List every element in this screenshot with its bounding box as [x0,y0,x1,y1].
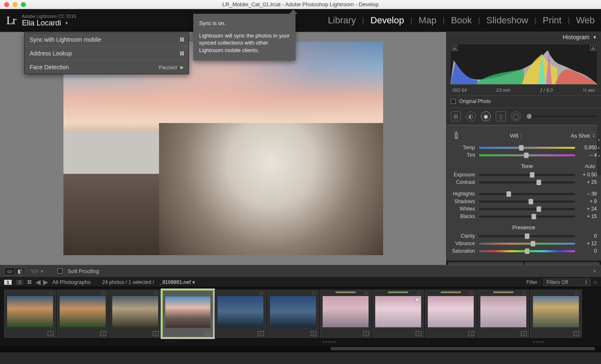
adjustment-brush-slider[interactable] [526,115,597,117]
soft-proofing-checkbox[interactable] [58,269,63,274]
flag-icon[interactable]: ⚐ [574,290,580,297]
saturation-value[interactable]: 0 [579,248,597,254]
flag-icon[interactable]: ⚐ [417,290,422,297]
filmstrip-thumbnail[interactable]: ⚐±★★★★★ [162,290,214,338]
filmstrip-source-label[interactable]: All Photographs [52,279,91,285]
flag-icon[interactable]: ⚐ [364,290,369,297]
develop-badge-icon[interactable]: ± [363,331,369,336]
clarity-value[interactable]: 0 [579,233,597,239]
filmstrip-scrollbar[interactable] [0,346,601,352]
minimize-window-icon[interactable] [13,2,18,7]
auto-tone-button[interactable]: Auto [585,163,595,169]
develop-badge-icon[interactable]: ± [100,331,106,336]
highlight-clipping-indicator[interactable] [590,45,596,51]
highlights-value[interactable]: – 39 [579,191,597,197]
develop-badge-icon[interactable]: ± [521,331,527,336]
develop-badge-icon[interactable]: ± [258,331,264,336]
identity-plate[interactable]: Elia Locardi ▼ [22,19,76,28]
highlights-slider[interactable] [479,193,575,195]
loupe-view-icon[interactable]: ▭ [5,268,15,275]
identity-menu-item[interactable]: Face DetectionPaused▶ [25,60,189,74]
develop-badge-icon[interactable]: ± [573,331,579,336]
histogram-display[interactable] [450,44,598,85]
filter-lock-icon[interactable]: ⎋ [594,279,597,285]
filmstrip-thumbnail[interactable]: ⚐± [477,290,529,338]
module-tab-library[interactable]: Library [328,15,356,26]
rating-stars[interactable]: ★★★★★ [164,339,179,344]
saturation-slider[interactable] [479,250,575,252]
view-mode-switcher[interactable]: ▭ ◧ [4,267,25,275]
original-photo-checkbox[interactable] [451,99,456,104]
rating-stars[interactable]: ★★★★ [532,340,544,344]
wb-eyedropper-icon[interactable]: ✐ [449,128,464,143]
module-tab-slideshow[interactable]: Slideshow [486,15,528,26]
spot-removal-tool-icon[interactable]: ◐ [466,111,476,121]
exposure-value[interactable]: + 0.50 [579,172,597,178]
previous-button[interactable]: Previous [448,262,523,265]
flag-icon[interactable]: ⚐ [311,290,317,297]
nav-back-icon[interactable]: ◀ [35,278,40,286]
contrast-value[interactable]: + 25 [579,179,597,185]
vibrance-slider[interactable] [479,243,575,245]
redeye-tool-icon[interactable]: ◉ [481,111,491,121]
flag-icon[interactable]: ⚐ [469,290,475,297]
flag-icon[interactable]: ⚐ [522,290,527,297]
identity-menu-item[interactable]: Sync with Lightroom mobile [25,33,189,47]
filmstrip-thumbnail[interactable]: ⚐± [267,290,319,338]
right-panel-resize-grip[interactable]: ••• [597,121,601,175]
clarity-slider[interactable] [479,235,575,237]
shadow-clipping-indicator[interactable] [452,45,457,51]
filmstrip-thumbnail[interactable]: ⚐±★★★★ [530,290,582,338]
pause-icon[interactable] [180,38,184,42]
temp-value[interactable]: 5,950 [579,145,597,151]
blacks-slider[interactable] [479,216,575,218]
close-window-icon[interactable] [4,2,9,7]
toolbar-disclosure-icon[interactable]: ▼ [593,269,597,274]
contrast-slider[interactable] [479,181,575,183]
reset-button[interactable]: Reset [525,262,599,265]
module-tab-book[interactable]: Book [451,15,472,26]
filmstrip-thumbnail[interactable]: ⚐± [57,290,109,338]
exposure-slider[interactable] [479,174,575,176]
blacks-value[interactable]: + 15 [579,213,597,219]
filmstrip-thumbnail[interactable]: ⚐±★★★★★ [320,290,371,338]
module-tab-print[interactable]: Print [543,15,561,26]
flag-icon[interactable]: ⚐ [48,290,54,297]
develop-badge-icon[interactable]: ± [48,331,53,336]
temp-slider[interactable] [479,147,575,149]
module-tab-develop[interactable]: Develop [371,15,404,26]
wb-dropdown[interactable]: As Shot ▲▼ [571,133,595,139]
graduated-filter-icon[interactable]: ▯ [496,111,506,121]
histogram-panel-header[interactable]: Histogram ▼ [447,32,601,42]
filmstrip-thumbnail[interactable]: ⚐± [372,290,424,338]
shadows-slider[interactable] [479,201,575,203]
pause-icon[interactable] [180,51,184,55]
whites-slider[interactable] [479,208,575,210]
secondary-monitor-badge[interactable]: 2 [16,280,23,285]
filmstrip[interactable]: ⚐±⚐±⚐±⚐±★★★★★⚐±⚐±⚐±★★★★★⚐±⚐±⚐±⚐±★★★★ [0,287,601,346]
flag-icon[interactable]: ⚐ [154,290,159,297]
filmstrip-thumbnail[interactable]: ⚐± [425,290,477,338]
develop-badge-icon[interactable]: ± [468,331,474,336]
filter-preset-dropdown[interactable]: Filters Off ▲▼ [543,279,591,286]
develop-badge-icon[interactable]: ± [205,331,211,336]
original-photo-row[interactable]: Original Photo [447,95,601,108]
primary-monitor-badge[interactable]: 1 [4,280,12,285]
whites-value[interactable]: + 24 [579,206,597,212]
shadows-value[interactable]: + 9 [579,198,597,204]
flag-icon[interactable]: ⚐ [206,291,211,297]
before-after-icon[interactable]: ◧ [15,268,25,275]
grid-view-icon[interactable] [28,280,31,284]
develop-badge-icon[interactable]: ± [153,331,159,336]
rating-stars[interactable]: ★★★★★ [322,340,336,344]
identity-menu-item[interactable]: Address Lookup [25,47,189,60]
tint-slider[interactable] [479,154,575,156]
vibrance-value[interactable]: + 12 [579,241,597,246]
before-after-options-icon[interactable]: Y|Y ▾ [30,268,43,274]
flag-icon[interactable]: ⚐ [259,290,264,297]
radial-filter-icon[interactable]: ◯ [511,111,521,121]
module-tab-web[interactable]: Web [576,15,595,26]
develop-badge-icon[interactable]: ± [311,331,316,336]
filmstrip-filename[interactable]: _8109891.nef ▾ [158,279,194,285]
module-tab-map[interactable]: Map [419,15,437,26]
